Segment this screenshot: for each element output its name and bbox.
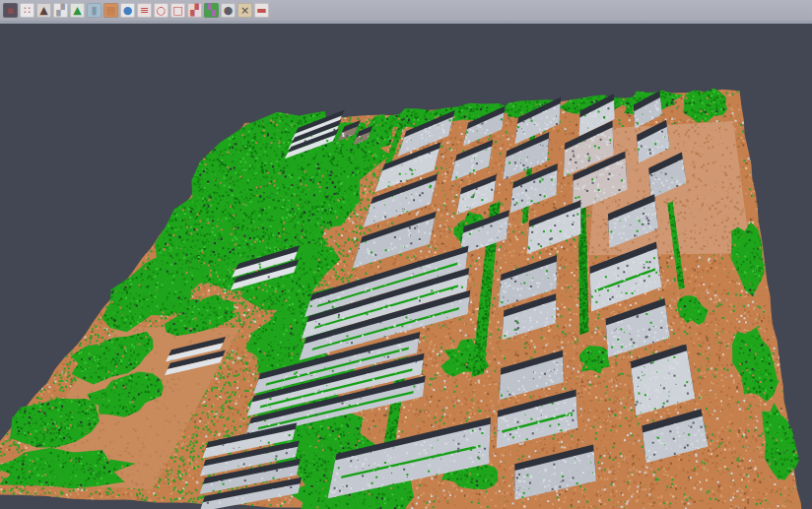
rect-select-icon[interactable]: □ (170, 3, 185, 18)
toolbar: ▪∷▲▞▲▮▦●≡○□▞▚●×▬ (0, 0, 812, 24)
mountain-icon-glyph: ▲ (39, 3, 47, 18)
tiles-icon-glyph: ▞ (56, 3, 64, 18)
preview-tile-icon[interactable]: ▪ (3, 3, 18, 18)
rect-select-icon-glyph: □ (172, 3, 182, 18)
preview-tile-icon-glyph: ▪ (7, 3, 14, 18)
terrain-hill-icon[interactable]: ▲ (70, 3, 85, 18)
faceted-sphere-icon[interactable]: ● (221, 3, 236, 18)
terrain-hill-icon-glyph: ▲ (73, 3, 81, 18)
checker-select-icon[interactable]: ▞ (187, 3, 202, 18)
flag-stripes-icon-glyph: ▬ (256, 3, 266, 18)
application-window: ▪∷▲▞▲▮▦●≡○□▞▚●×▬ (0, 0, 812, 509)
classification-palette-icon[interactable]: ▚ (204, 3, 219, 18)
ortho-image-icon[interactable]: ▦ (103, 3, 118, 18)
globe-icon-glyph: ● (123, 3, 133, 18)
scatter-classify-icon[interactable]: ∷ (20, 3, 34, 18)
flag-stripes-icon[interactable]: ▬ (254, 3, 269, 18)
scatter-classify-icon-glyph: ∷ (24, 3, 31, 18)
vertical-slab-icon-glyph: ▮ (91, 3, 97, 18)
cross-marker-icon-glyph: × (240, 3, 249, 18)
red-list-icon[interactable]: ≡ (137, 3, 152, 18)
vertical-slab-icon[interactable]: ▮ (87, 3, 102, 18)
checker-select-icon-glyph: ▞ (190, 3, 198, 18)
point-cloud-3d-viewport[interactable] (0, 0, 812, 509)
red-list-icon-glyph: ≡ (140, 3, 149, 18)
ortho-image-icon-glyph: ▦ (105, 3, 115, 18)
circle-select-icon[interactable]: ○ (154, 3, 169, 18)
tiles-icon[interactable]: ▞ (53, 3, 68, 18)
faceted-sphere-icon-glyph: ● (224, 3, 234, 18)
classification-palette-icon-glyph: ▚ (207, 3, 215, 18)
cross-marker-icon[interactable]: × (237, 3, 252, 18)
circle-select-icon-glyph: ○ (157, 3, 167, 18)
globe-icon[interactable]: ● (120, 3, 135, 18)
mountain-icon[interactable]: ▲ (36, 3, 51, 18)
